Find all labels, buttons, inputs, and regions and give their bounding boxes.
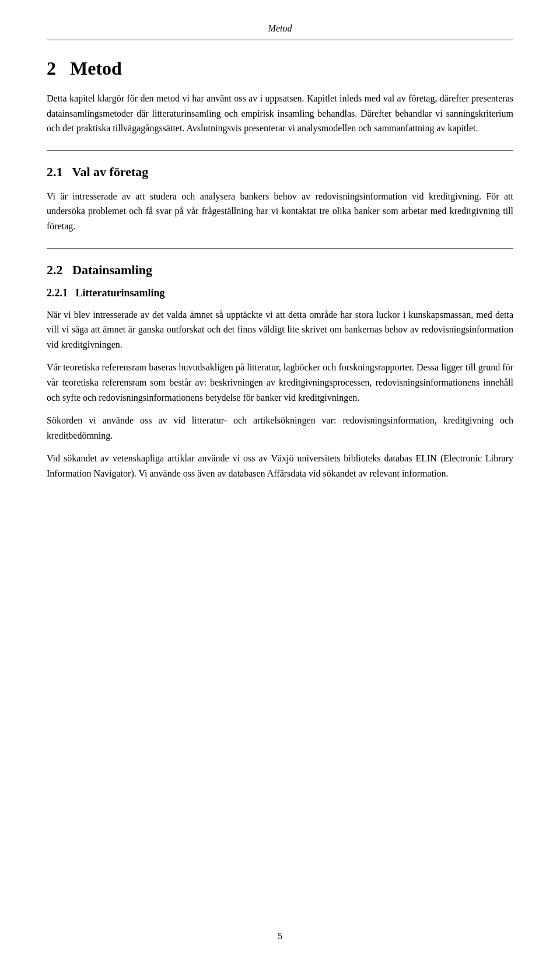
intro-paragraph-1: Detta kapitel klargör för den metod vi h… (47, 91, 513, 136)
section-divider-1 (47, 150, 513, 150)
subsection-2-2-1-title: 2.2.1 Litteraturinsamling (47, 287, 513, 299)
section-2-2-number: 2.2 (47, 262, 63, 277)
section-2-1-title: 2.1 Val av företag (47, 164, 513, 180)
section-2-1-para-1: Vi är intresserade av att studera och an… (47, 189, 513, 234)
section-2-2-title-text: Datainsamling (72, 262, 152, 277)
subsection-2-2-1-para-2: Vår teoretiska referensram baseras huvud… (47, 360, 513, 405)
section-divider-2 (47, 248, 513, 249)
section-2-2: 2.2 Datainsamling 2.2.1 Litteraturinsaml… (47, 262, 513, 481)
subsection-2-2-1-para-4: Vid sökandet av vetenskapliga artiklar a… (47, 451, 513, 481)
section-2-2-title: 2.2 Datainsamling (47, 262, 513, 278)
chapter-number: 2 (47, 58, 56, 79)
subsection-2-2-1-number: 2.2.1 (47, 287, 68, 299)
page-header-title: Metod (268, 23, 292, 33)
subsection-2-2-1-para-3: Sökorden vi använde oss av vid litteratu… (47, 413, 513, 443)
chapter-title-text: Metod (70, 58, 122, 79)
page-number: 5 (278, 931, 282, 941)
page-footer: 5 (0, 931, 560, 942)
section-2-1-title-text: Val av företag (72, 164, 149, 179)
subsection-2-2-1-para-1: När vi blev intresserade av det valda äm… (47, 307, 513, 352)
chapter-title: 2 Metod (47, 58, 513, 79)
page-container: Metod 2 Metod Detta kapitel klargör för … (0, 0, 560, 959)
section-2-1-number: 2.1 (47, 164, 63, 179)
section-2-1: 2.1 Val av företag Vi är intresserade av… (47, 164, 513, 234)
page-header: Metod (47, 23, 513, 40)
subsection-2-2-1-title-text: Litteraturinsamling (76, 287, 165, 299)
subsection-2-2-1: 2.2.1 Litteraturinsamling När vi blev in… (47, 287, 513, 481)
